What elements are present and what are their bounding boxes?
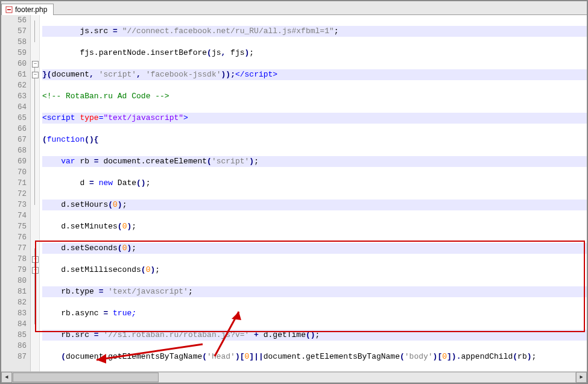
svg-rect-1 [7,9,11,10]
fold-toggle[interactable]: − [32,61,39,68]
code-editor[interactable]: 5657585960616263646566676869707172737475… [1,15,587,371]
scroll-thumb[interactable] [13,373,159,382]
scroll-track[interactable] [12,372,576,383]
tab-bar: footer.php [1,1,587,15]
line-number-gutter: 5657585960616263646566676869707172737475… [1,15,31,371]
fold-toggle[interactable]: − [32,267,39,274]
code-area[interactable]: js.src = "//connect.facebook.net/ru_RU/a… [40,15,587,371]
tab-footer-php[interactable]: footer.php [1,4,54,15]
scroll-right-button[interactable]: ► [576,372,587,383]
fold-toggle[interactable]: − [32,72,39,78]
fold-toggle[interactable]: − [32,256,39,263]
fold-gutter[interactable]: −−−− [31,15,40,371]
php-file-icon [5,6,13,13]
editor-window: footer.php 56575859606162636465666768697… [0,0,588,384]
tab-label: footer.php [15,5,47,14]
horizontal-scrollbar[interactable]: ◄ ► [1,371,587,383]
scroll-left-button[interactable]: ◄ [1,372,12,383]
